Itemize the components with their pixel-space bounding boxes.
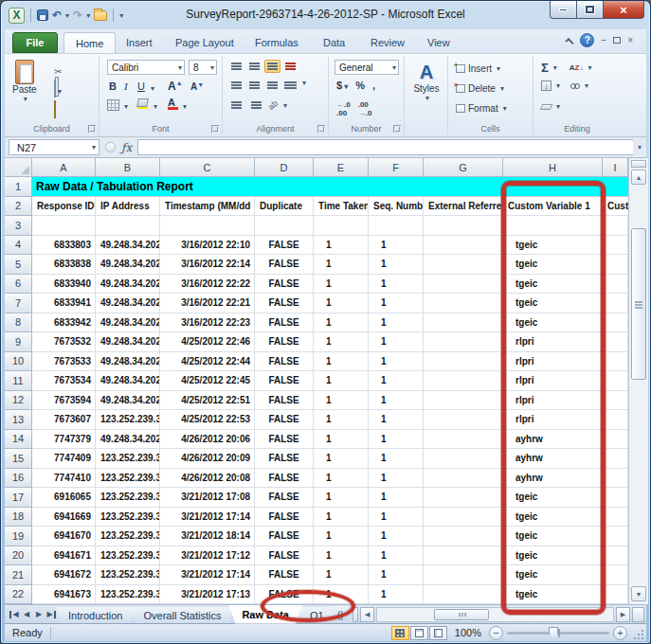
cell[interactable]: 6941673 bbox=[32, 585, 96, 605]
col-header-F[interactable]: F bbox=[369, 158, 424, 177]
cell[interactable] bbox=[424, 275, 503, 295]
header-cell[interactable]: Time Taken bbox=[314, 197, 369, 217]
cell[interactable]: 1 bbox=[314, 449, 369, 469]
cell[interactable]: 123.252.239.3 bbox=[96, 508, 160, 528]
orientation-dropdown-icon[interactable]: ▾ bbox=[283, 101, 287, 110]
cell[interactable]: 7673533 bbox=[32, 352, 96, 372]
cell[interactable]: 1 bbox=[369, 585, 424, 605]
scroll-left-icon[interactable]: ◀ bbox=[360, 607, 374, 622]
row-header-13[interactable]: 13 bbox=[5, 410, 32, 430]
horizontal-scroll-thumb[interactable] bbox=[434, 609, 489, 620]
cell[interactable]: FALSE bbox=[255, 527, 314, 546]
cell[interactable] bbox=[603, 565, 628, 585]
cell[interactable] bbox=[424, 488, 503, 508]
cell[interactable]: 1 bbox=[369, 371, 424, 391]
prev-sheet-icon[interactable]: ◀ bbox=[21, 608, 32, 621]
cell[interactable]: 1 bbox=[314, 430, 369, 450]
cell[interactable] bbox=[424, 352, 503, 372]
sheet-tab-overall-statistics[interactable]: Overall Statistics bbox=[130, 607, 234, 624]
format-cells-button[interactable]: Format▾ bbox=[456, 101, 507, 116]
cell[interactable]: FALSE bbox=[255, 236, 314, 256]
cell[interactable]: FALSE bbox=[255, 488, 314, 508]
format-painter-button[interactable] bbox=[54, 101, 56, 118]
cell[interactable] bbox=[424, 430, 503, 450]
cell[interactable]: 6833803 bbox=[32, 236, 96, 256]
cell[interactable]: 7673594 bbox=[32, 391, 96, 411]
doc-close-icon[interactable]: × bbox=[627, 35, 633, 45]
name-box[interactable]: N27 ▾ bbox=[9, 139, 99, 155]
empty-cell[interactable] bbox=[32, 216, 96, 236]
cell[interactable] bbox=[424, 371, 503, 391]
zoom-slider-thumb[interactable] bbox=[549, 627, 558, 639]
shrink-font-button[interactable]: A▼ bbox=[190, 81, 204, 92]
cell[interactable]: 3/16/2012 22:22 bbox=[160, 275, 255, 295]
cell[interactable]: FALSE bbox=[255, 391, 314, 411]
delete-cells-button[interactable]: × Delete▾ bbox=[456, 81, 504, 96]
tab-file[interactable]: File bbox=[12, 32, 58, 53]
cell[interactable]: 1 bbox=[314, 294, 369, 313]
cell[interactable]: 3/21/2012 17:12 bbox=[160, 546, 255, 566]
alignment-dialog-launcher-icon[interactable] bbox=[317, 125, 325, 133]
empty-cell[interactable] bbox=[424, 216, 503, 236]
col-header-G[interactable]: G bbox=[424, 158, 503, 177]
cell[interactable]: 1 bbox=[369, 527, 424, 546]
clipboard-dialog-launcher-icon[interactable] bbox=[88, 125, 96, 133]
font-dialog-launcher-icon[interactable] bbox=[211, 125, 219, 133]
cell[interactable]: 1 bbox=[314, 546, 369, 566]
empty-cell[interactable] bbox=[96, 216, 160, 236]
align-left-button[interactable] bbox=[228, 79, 244, 92]
cell[interactable]: 4/25/2012 22:53 bbox=[160, 410, 255, 430]
cell[interactable]: FALSE bbox=[255, 294, 314, 313]
cell[interactable]: 49.248.34.202 bbox=[96, 294, 160, 313]
cell[interactable]: 1 bbox=[369, 488, 424, 508]
cell[interactable]: 1 bbox=[369, 430, 424, 450]
cell[interactable]: 4/25/2012 22:45 bbox=[160, 371, 255, 391]
cell[interactable]: 1 bbox=[369, 255, 424, 275]
cell[interactable] bbox=[603, 371, 628, 391]
percent-button[interactable]: % bbox=[355, 80, 365, 91]
scroll-right-icon[interactable]: ▶ bbox=[616, 607, 630, 622]
cell[interactable]: 6941669 bbox=[32, 508, 96, 528]
cell[interactable]: 3/21/2012 17:13 bbox=[160, 585, 255, 605]
cell[interactable]: 6941671 bbox=[32, 546, 96, 566]
cell[interactable]: 3/16/2012 22:14 bbox=[160, 255, 255, 275]
sort-filter-icon[interactable]: AZ↓ bbox=[570, 66, 584, 70]
cell[interactable]: 1 bbox=[369, 565, 424, 585]
cell[interactable]: FALSE bbox=[255, 313, 314, 333]
cell[interactable] bbox=[424, 332, 503, 352]
cell[interactable]: FALSE bbox=[255, 371, 314, 391]
cell[interactable]: 6941672 bbox=[32, 565, 96, 585]
cell[interactable]: FALSE bbox=[255, 332, 314, 352]
cell[interactable] bbox=[424, 391, 503, 411]
header-cell[interactable]: External Referrer bbox=[424, 197, 503, 217]
cell[interactable]: 49.248.34.202 bbox=[96, 275, 160, 295]
font-size-combo[interactable]: 8▾ bbox=[189, 60, 217, 75]
cell[interactable]: FALSE bbox=[255, 430, 314, 450]
cell[interactable]: FALSE bbox=[255, 410, 314, 430]
cell[interactable] bbox=[603, 488, 628, 508]
name-box-dropdown-icon[interactable]: ▾ bbox=[92, 143, 96, 152]
cell[interactable]: 4/25/2012 22:44 bbox=[160, 352, 255, 372]
cell[interactable]: 1 bbox=[314, 313, 369, 333]
collapse-ribbon-icon[interactable] bbox=[566, 37, 574, 45]
cell[interactable]: 3/21/2012 18:14 bbox=[160, 527, 255, 546]
header-cell[interactable]: Custom V bbox=[603, 197, 628, 217]
row-header-11[interactable]: 11 bbox=[5, 371, 32, 391]
cell[interactable]: FALSE bbox=[255, 508, 314, 528]
col-header-H[interactable]: H bbox=[503, 158, 603, 177]
row-header-1[interactable]: 1 bbox=[5, 177, 32, 197]
row-header-19[interactable]: 19 bbox=[5, 527, 32, 546]
cell[interactable]: 1 bbox=[314, 469, 369, 489]
number-dialog-launcher-icon[interactable] bbox=[393, 125, 401, 133]
row-header-6[interactable]: 6 bbox=[5, 275, 32, 295]
align-center-button[interactable] bbox=[246, 79, 262, 92]
cell[interactable]: FALSE bbox=[255, 546, 314, 566]
cell[interactable] bbox=[603, 410, 628, 430]
cell[interactable]: FALSE bbox=[255, 352, 314, 372]
cell[interactable]: 1 bbox=[369, 469, 424, 489]
row-header-8[interactable]: 8 bbox=[5, 313, 32, 333]
decrease-indent-button[interactable] bbox=[228, 98, 244, 112]
wrap-text-button[interactable] bbox=[282, 60, 298, 73]
cell[interactable]: 1 bbox=[314, 410, 369, 430]
cell[interactable] bbox=[603, 527, 628, 546]
